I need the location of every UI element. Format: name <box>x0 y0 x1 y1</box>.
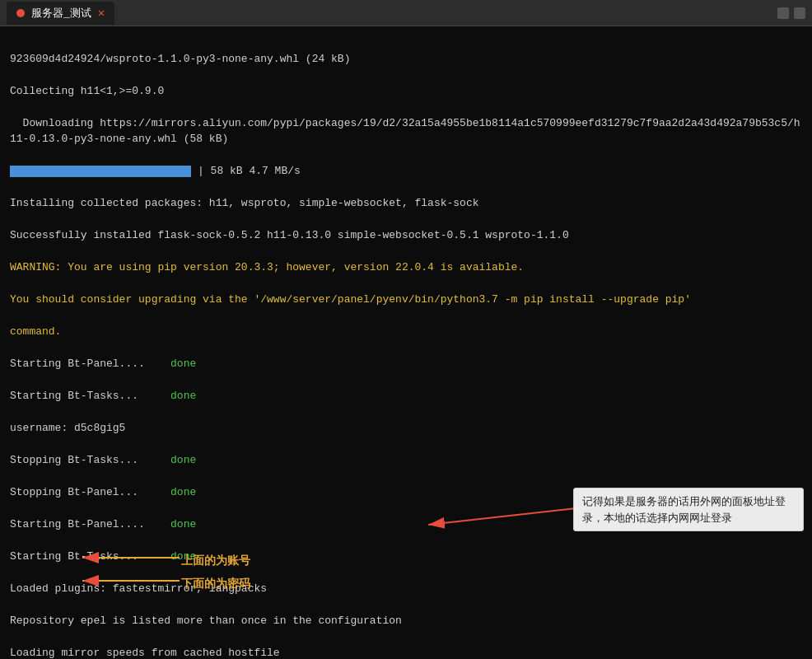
terminal-line-progress: | 58 kB 4.7 MB/s <box>10 163 802 180</box>
terminal-line: Repository epel is listed more than once… <box>10 613 802 629</box>
progress-info: | 58 kB 4.7 MB/s <box>198 163 301 180</box>
terminal-line-warning: WARNING: You are using pip version 20.3.… <box>10 259 802 276</box>
terminal-line: 923609d4d24924/wsproto-1.1.0-py3-none-an… <box>10 51 802 68</box>
tab-status-dot <box>16 9 25 17</box>
terminal-line: Collecting h11<1,>=0.9.0 <box>10 83 802 100</box>
minimize-button[interactable] <box>777 7 789 19</box>
terminal-line: Stopping Bt-Tasks... done <box>10 452 802 469</box>
terminal-line: Loaded plugins: fastestmirror, langpacks <box>10 581 802 597</box>
terminal-line: Installing collected packages: h11, wspr… <box>10 195 802 212</box>
terminal-output: 923609d4d24924/wsproto-1.1.0-py3-none-an… <box>0 26 812 659</box>
terminal-line: Stopping Bt-Panel... done <box>10 484 802 501</box>
terminal-line-warning3: command. <box>10 324 802 340</box>
terminal-line-warning2: You should consider upgrading via the '/… <box>10 292 802 308</box>
title-bar: 服务器_测试 ✕ <box>0 0 812 26</box>
maximize-button[interactable] <box>794 7 805 19</box>
tab-close-button[interactable]: ✕ <box>98 6 105 20</box>
tab-label: 服务器_测试 <box>31 6 91 21</box>
terminal-line: Starting Bt-Tasks... done <box>10 388 802 404</box>
terminal-line: username: d5c8gig5 <box>10 420 802 437</box>
terminal-line: Successfully installed flask-sock-0.5.2 … <box>10 227 802 244</box>
terminal-line: Loading mirror speeds from cached hostfi… <box>10 645 802 659</box>
window-controls <box>777 7 805 19</box>
terminal-line: Downloading https://mirrors.aliyun.com/p… <box>10 115 802 147</box>
terminal-line: Starting Bt-Tasks... done <box>10 549 802 565</box>
download-progress-bar <box>10 166 191 177</box>
terminal-line: Starting Bt-Panel.... done <box>10 516 802 533</box>
terminal-tab[interactable]: 服务器_测试 ✕ <box>7 2 114 25</box>
terminal-line: Starting Bt-Panel.... done <box>10 356 802 372</box>
